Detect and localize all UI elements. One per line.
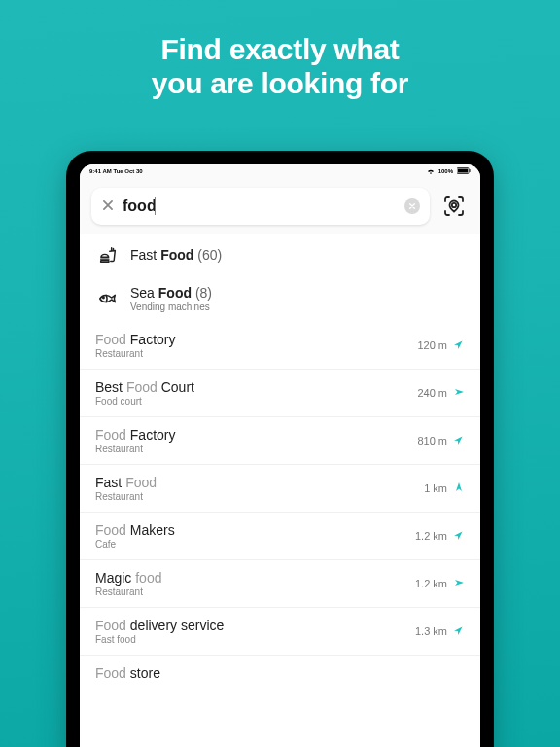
result-row[interactable]: Food delivery serviceFast food1.3 km [80,607,480,655]
battery-percent: 100% [438,168,453,174]
svg-point-3 [452,203,456,207]
direction-icon [453,577,465,591]
svg-point-4 [103,297,104,298]
result-text: Magic foodRestaurant [95,570,161,597]
result-title: Best Food Court [95,379,194,395]
category-subtitle: Vending machines [130,302,212,312]
tablet-frame: 9:41 AM Tue Oct 30 100% food [66,151,494,747]
category-row[interactable]: Fast Food (60) [80,234,480,275]
hero-line-1: Find exactly what [0,33,560,67]
result-row[interactable]: Food store [80,655,480,691]
result-text: Food FactoryRestaurant [95,332,176,359]
category-title: Sea Food (8) [130,285,212,301]
result-title: Fast Food [95,475,157,490]
category-row[interactable]: Sea Food (8)Vending machines [80,275,480,322]
result-title: Food Makers [95,522,175,538]
direction-icon [453,434,465,448]
battery-icon [457,167,471,175]
result-row[interactable]: Magic foodRestaurant1.2 km [80,559,480,607]
result-text: Food delivery serviceFast food [95,618,224,645]
close-icon[interactable] [101,198,115,215]
svg-rect-1 [458,169,468,173]
fish-icon [97,288,119,309]
result-distance: 240 m [417,386,465,401]
results-panel: Fast Food (60)Sea Food (8)Vending machin… [80,234,480,747]
result-subtitle: Restaurant [95,348,176,359]
result-row[interactable]: Fast FoodRestaurant1 km [80,464,480,512]
result-distance: 1 km [424,481,465,496]
result-distance: 120 m [417,338,465,353]
hero-line-2: you are looking for [0,67,560,101]
direction-icon [453,338,465,353]
search-bar: food [80,178,480,234]
result-title: Food Factory [95,427,176,443]
result-text: Food FactoryRestaurant [95,427,176,454]
search-input[interactable]: food [122,197,397,215]
result-title: Food delivery service [95,618,224,633]
result-text: Food store [95,665,160,681]
direction-icon [453,624,465,639]
result-subtitle: Restaurant [95,491,157,502]
result-subtitle: Food court [95,396,194,407]
status-bar: 9:41 AM Tue Oct 30 100% [80,164,480,178]
wifi-icon [427,168,435,175]
result-distance: 1.3 km [415,624,465,639]
result-row[interactable]: Food MakersCafe1.2 km [80,512,480,559]
direction-icon [453,529,465,544]
result-row[interactable]: Best Food CourtFood court240 m [80,369,480,416]
result-distance: 1.2 km [415,577,465,591]
direction-icon [453,386,465,401]
result-text: Fast FoodRestaurant [95,475,157,502]
result-row[interactable]: Food FactoryRestaurant120 m [80,322,480,369]
category-text: Fast Food (60) [130,247,222,263]
search-field[interactable]: food [91,188,430,225]
result-subtitle: Restaurant [95,444,176,454]
direction-icon [453,481,465,496]
status-time: 9:41 AM Tue Oct 30 [89,168,143,174]
result-distance: 810 m [417,434,465,448]
result-title: Food store [95,665,160,681]
hero-title: Find exactly what you are looking for [0,0,560,100]
text-caret [155,197,157,215]
svg-rect-2 [470,169,471,172]
clear-icon[interactable] [404,198,420,214]
result-title: Magic food [95,570,161,586]
result-subtitle: Fast food [95,634,224,645]
device-screen: 9:41 AM Tue Oct 30 100% food [80,164,480,747]
result-text: Best Food CourtFood court [95,379,194,407]
result-subtitle: Cafe [95,539,175,550]
locate-on-map-button[interactable] [439,192,469,221]
result-distance: 1.2 km [415,529,465,544]
result-title: Food Factory [95,332,176,347]
result-row[interactable]: Food FactoryRestaurant810 m [80,416,480,464]
result-text: Food MakersCafe [95,522,175,550]
result-subtitle: Restaurant [95,587,161,597]
category-text: Sea Food (8)Vending machines [130,285,212,312]
fastfood-icon [97,244,119,266]
category-title: Fast Food (60) [130,247,222,263]
